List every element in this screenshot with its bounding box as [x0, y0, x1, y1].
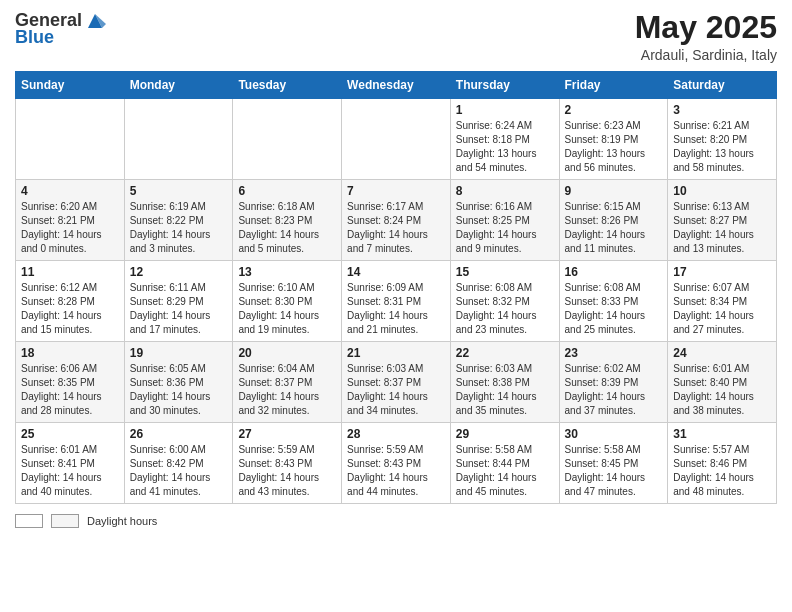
month-title: May 2025 — [635, 10, 777, 45]
day-info: Sunrise: 6:24 AMSunset: 8:18 PMDaylight:… — [456, 119, 554, 175]
day-info: Sunrise: 6:13 AMSunset: 8:27 PMDaylight:… — [673, 200, 771, 256]
day-info: Sunrise: 6:08 AMSunset: 8:32 PMDaylight:… — [456, 281, 554, 337]
day-info: Sunrise: 5:59 AMSunset: 8:43 PMDaylight:… — [238, 443, 336, 499]
col-header-wednesday: Wednesday — [342, 72, 451, 99]
calendar-cell: 29Sunrise: 5:58 AMSunset: 8:44 PMDayligh… — [450, 423, 559, 504]
day-info: Sunrise: 6:03 AMSunset: 8:37 PMDaylight:… — [347, 362, 445, 418]
header: General Blue May 2025 Ardauli, Sardinia,… — [15, 10, 777, 63]
col-header-friday: Friday — [559, 72, 668, 99]
calendar-header-row: SundayMondayTuesdayWednesdayThursdayFrid… — [16, 72, 777, 99]
calendar-cell: 6Sunrise: 6:18 AMSunset: 8:23 PMDaylight… — [233, 180, 342, 261]
calendar-cell — [124, 99, 233, 180]
legend-label: Daylight hours — [87, 515, 157, 527]
calendar-table: SundayMondayTuesdayWednesdayThursdayFrid… — [15, 71, 777, 504]
title-block: May 2025 Ardauli, Sardinia, Italy — [635, 10, 777, 63]
day-info: Sunrise: 6:18 AMSunset: 8:23 PMDaylight:… — [238, 200, 336, 256]
day-number: 7 — [347, 184, 445, 198]
col-header-saturday: Saturday — [668, 72, 777, 99]
day-number: 11 — [21, 265, 119, 279]
day-info: Sunrise: 6:01 AMSunset: 8:41 PMDaylight:… — [21, 443, 119, 499]
day-number: 29 — [456, 427, 554, 441]
day-number: 26 — [130, 427, 228, 441]
day-info: Sunrise: 6:21 AMSunset: 8:20 PMDaylight:… — [673, 119, 771, 175]
week-row-5: 25Sunrise: 6:01 AMSunset: 8:41 PMDayligh… — [16, 423, 777, 504]
legend: Daylight hours — [15, 514, 777, 528]
day-number: 12 — [130, 265, 228, 279]
location-title: Ardauli, Sardinia, Italy — [635, 47, 777, 63]
col-header-thursday: Thursday — [450, 72, 559, 99]
day-number: 20 — [238, 346, 336, 360]
day-info: Sunrise: 6:19 AMSunset: 8:22 PMDaylight:… — [130, 200, 228, 256]
day-number: 17 — [673, 265, 771, 279]
day-info: Sunrise: 5:57 AMSunset: 8:46 PMDaylight:… — [673, 443, 771, 499]
day-number: 3 — [673, 103, 771, 117]
calendar-cell: 15Sunrise: 6:08 AMSunset: 8:32 PMDayligh… — [450, 261, 559, 342]
calendar-cell: 11Sunrise: 6:12 AMSunset: 8:28 PMDayligh… — [16, 261, 125, 342]
day-number: 16 — [565, 265, 663, 279]
week-row-1: 1Sunrise: 6:24 AMSunset: 8:18 PMDaylight… — [16, 99, 777, 180]
legend-box-white — [15, 514, 43, 528]
day-number: 1 — [456, 103, 554, 117]
day-info: Sunrise: 6:00 AMSunset: 8:42 PMDaylight:… — [130, 443, 228, 499]
day-info: Sunrise: 6:20 AMSunset: 8:21 PMDaylight:… — [21, 200, 119, 256]
day-info: Sunrise: 6:10 AMSunset: 8:30 PMDaylight:… — [238, 281, 336, 337]
day-info: Sunrise: 6:07 AMSunset: 8:34 PMDaylight:… — [673, 281, 771, 337]
day-number: 6 — [238, 184, 336, 198]
week-row-3: 11Sunrise: 6:12 AMSunset: 8:28 PMDayligh… — [16, 261, 777, 342]
calendar-cell: 31Sunrise: 5:57 AMSunset: 8:46 PMDayligh… — [668, 423, 777, 504]
week-row-4: 18Sunrise: 6:06 AMSunset: 8:35 PMDayligh… — [16, 342, 777, 423]
day-info: Sunrise: 6:01 AMSunset: 8:40 PMDaylight:… — [673, 362, 771, 418]
day-info: Sunrise: 6:09 AMSunset: 8:31 PMDaylight:… — [347, 281, 445, 337]
calendar-cell — [16, 99, 125, 180]
day-number: 19 — [130, 346, 228, 360]
logo: General Blue — [15, 10, 106, 48]
day-info: Sunrise: 6:05 AMSunset: 8:36 PMDaylight:… — [130, 362, 228, 418]
day-info: Sunrise: 6:12 AMSunset: 8:28 PMDaylight:… — [21, 281, 119, 337]
day-number: 10 — [673, 184, 771, 198]
calendar-cell: 28Sunrise: 5:59 AMSunset: 8:43 PMDayligh… — [342, 423, 451, 504]
calendar-cell: 9Sunrise: 6:15 AMSunset: 8:26 PMDaylight… — [559, 180, 668, 261]
day-number: 22 — [456, 346, 554, 360]
day-number: 9 — [565, 184, 663, 198]
col-header-tuesday: Tuesday — [233, 72, 342, 99]
legend-box-gray — [51, 514, 79, 528]
day-info: Sunrise: 5:58 AMSunset: 8:44 PMDaylight:… — [456, 443, 554, 499]
day-number: 31 — [673, 427, 771, 441]
week-row-2: 4Sunrise: 6:20 AMSunset: 8:21 PMDaylight… — [16, 180, 777, 261]
day-number: 24 — [673, 346, 771, 360]
calendar-cell: 27Sunrise: 5:59 AMSunset: 8:43 PMDayligh… — [233, 423, 342, 504]
page-container: General Blue May 2025 Ardauli, Sardinia,… — [0, 0, 792, 543]
day-number: 5 — [130, 184, 228, 198]
calendar-cell — [233, 99, 342, 180]
calendar-cell: 22Sunrise: 6:03 AMSunset: 8:38 PMDayligh… — [450, 342, 559, 423]
day-info: Sunrise: 6:06 AMSunset: 8:35 PMDaylight:… — [21, 362, 119, 418]
calendar-cell: 17Sunrise: 6:07 AMSunset: 8:34 PMDayligh… — [668, 261, 777, 342]
calendar-cell: 8Sunrise: 6:16 AMSunset: 8:25 PMDaylight… — [450, 180, 559, 261]
calendar-cell: 12Sunrise: 6:11 AMSunset: 8:29 PMDayligh… — [124, 261, 233, 342]
day-info: Sunrise: 5:59 AMSunset: 8:43 PMDaylight:… — [347, 443, 445, 499]
calendar-cell: 24Sunrise: 6:01 AMSunset: 8:40 PMDayligh… — [668, 342, 777, 423]
calendar-cell: 14Sunrise: 6:09 AMSunset: 8:31 PMDayligh… — [342, 261, 451, 342]
calendar-cell: 26Sunrise: 6:00 AMSunset: 8:42 PMDayligh… — [124, 423, 233, 504]
logo-icon — [84, 10, 106, 32]
day-info: Sunrise: 6:16 AMSunset: 8:25 PMDaylight:… — [456, 200, 554, 256]
day-info: Sunrise: 6:03 AMSunset: 8:38 PMDaylight:… — [456, 362, 554, 418]
calendar-cell: 1Sunrise: 6:24 AMSunset: 8:18 PMDaylight… — [450, 99, 559, 180]
calendar-cell: 13Sunrise: 6:10 AMSunset: 8:30 PMDayligh… — [233, 261, 342, 342]
calendar-cell: 3Sunrise: 6:21 AMSunset: 8:20 PMDaylight… — [668, 99, 777, 180]
calendar-cell — [342, 99, 451, 180]
day-number: 21 — [347, 346, 445, 360]
day-info: Sunrise: 6:17 AMSunset: 8:24 PMDaylight:… — [347, 200, 445, 256]
calendar-cell: 7Sunrise: 6:17 AMSunset: 8:24 PMDaylight… — [342, 180, 451, 261]
day-info: Sunrise: 6:11 AMSunset: 8:29 PMDaylight:… — [130, 281, 228, 337]
col-header-monday: Monday — [124, 72, 233, 99]
day-number: 15 — [456, 265, 554, 279]
calendar-cell: 25Sunrise: 6:01 AMSunset: 8:41 PMDayligh… — [16, 423, 125, 504]
calendar-cell: 10Sunrise: 6:13 AMSunset: 8:27 PMDayligh… — [668, 180, 777, 261]
day-number: 18 — [21, 346, 119, 360]
calendar-cell: 23Sunrise: 6:02 AMSunset: 8:39 PMDayligh… — [559, 342, 668, 423]
calendar-cell: 30Sunrise: 5:58 AMSunset: 8:45 PMDayligh… — [559, 423, 668, 504]
day-number: 8 — [456, 184, 554, 198]
day-info: Sunrise: 6:08 AMSunset: 8:33 PMDaylight:… — [565, 281, 663, 337]
day-info: Sunrise: 5:58 AMSunset: 8:45 PMDaylight:… — [565, 443, 663, 499]
